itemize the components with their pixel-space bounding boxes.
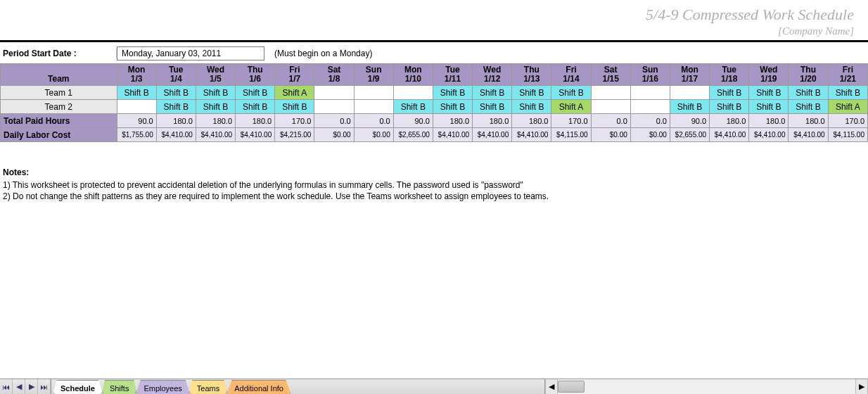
total-paid-hours-row-cell: 90.0 <box>117 114 156 128</box>
day-date: 1/17 <box>673 75 706 84</box>
day-header: Sat1/15 <box>591 64 630 86</box>
total-paid-hours-row-cell: 180.0 <box>196 114 235 128</box>
team-header: Team <box>1 64 117 86</box>
shift-cell[interactable]: Shift B <box>433 86 472 100</box>
day-date: 1/4 <box>160 75 193 84</box>
day-date: 1/21 <box>831 75 864 84</box>
shift-cell[interactable]: Shift B <box>749 100 789 114</box>
day-date: 1/14 <box>554 75 587 84</box>
page-title: 5/4-9 Compressed Work Schedule <box>14 6 854 24</box>
team-name-cell[interactable]: Team 2 <box>1 100 117 114</box>
day-header: Tue1/4 <box>156 64 196 86</box>
total-paid-hours-row-cell: 180.0 <box>789 114 828 128</box>
day-header: Mon1/3 <box>117 64 156 86</box>
schedule-table: Team Mon1/3Tue1/4Wed1/5Thu1/6Fri1/7Sat1/… <box>0 63 868 142</box>
daily-labor-cost-row-cell: $4,410.00 <box>473 128 512 142</box>
day-header: Fri1/14 <box>551 64 591 86</box>
day-header: Thu1/6 <box>236 64 275 86</box>
day-date: 1/11 <box>436 75 469 84</box>
shift-cell[interactable]: Shift B <box>196 86 235 100</box>
day-date: 1/12 <box>476 75 509 84</box>
daily-labor-cost-row-cell: $4,410.00 <box>710 128 749 142</box>
day-header: Fri1/7 <box>275 64 314 86</box>
shift-cell[interactable]: Shift B <box>473 86 512 100</box>
shift-cell[interactable]: Shift A <box>551 100 591 114</box>
daily-labor-cost-row-cell: $4,410.00 <box>156 128 196 142</box>
day-header: Tue1/11 <box>433 64 472 86</box>
day-date: 1/6 <box>238 75 272 84</box>
total-paid-hours-row-cell: 180.0 <box>512 114 551 128</box>
daily-labor-cost-row-cell: $0.00 <box>591 128 630 142</box>
table-row: Team 1Shift BShift BShift BShift BShift … <box>1 86 868 100</box>
day-header: Thu1/20 <box>789 64 828 86</box>
shift-cell[interactable]: Shift B <box>710 100 749 114</box>
shift-cell[interactable]: Shift B <box>156 100 196 114</box>
day-header: Mon1/17 <box>670 64 709 86</box>
shift-cell[interactable]: Shift B <box>670 100 709 114</box>
total-paid-hours-row-cell: 180.0 <box>473 114 512 128</box>
day-date: 1/8 <box>317 75 350 84</box>
day-header: Thu1/13 <box>512 64 551 86</box>
daily-labor-cost-row-label: Daily Labor Cost <box>1 128 117 142</box>
shift-cell[interactable]: Shift B <box>749 86 789 100</box>
daily-labor-cost-row-cell: $4,410.00 <box>196 128 235 142</box>
daily-labor-cost-row-cell: $0.00 <box>630 128 670 142</box>
shift-cell[interactable] <box>117 100 156 114</box>
shift-cell[interactable]: Shift B <box>117 86 156 100</box>
day-date: 1/13 <box>515 75 548 84</box>
shift-cell[interactable] <box>354 100 393 114</box>
period-start-input[interactable] <box>117 46 264 61</box>
shift-cell[interactable]: Shift B <box>236 100 275 114</box>
total-paid-hours-row-cell: 90.0 <box>670 114 709 128</box>
shift-cell[interactable] <box>314 100 354 114</box>
shift-cell[interactable] <box>591 100 630 114</box>
daily-labor-cost-row-cell: $1,755.00 <box>117 128 156 142</box>
daily-labor-cost-row-cell: $4,115.00 <box>551 128 591 142</box>
day-header: Sat1/8 <box>314 64 354 86</box>
notes-title: Notes: <box>3 167 865 177</box>
shift-cell[interactable]: Shift B <box>710 86 749 100</box>
shift-cell[interactable]: Shift B <box>156 86 196 100</box>
total-paid-hours-row-cell: 170.0 <box>551 114 591 128</box>
shift-cell[interactable]: Shift B <box>275 100 314 114</box>
total-paid-hours-row-cell: 0.0 <box>354 114 393 128</box>
daily-labor-cost-row-cell: $4,410.00 <box>789 128 828 142</box>
shift-cell[interactable]: Shift B <box>393 100 433 114</box>
shift-cell[interactable]: Shift B <box>433 100 472 114</box>
shift-cell[interactable]: Shift B <box>473 100 512 114</box>
shift-cell[interactable]: Shift B <box>551 86 591 100</box>
table-row: Team 2Shift BShift BShift BShift BShift … <box>1 100 868 114</box>
team-name-cell[interactable]: Team 1 <box>1 86 117 100</box>
shift-cell[interactable] <box>630 86 670 100</box>
day-header: Wed1/12 <box>473 64 512 86</box>
period-start-note: (Must begin on a Monday) <box>264 49 372 58</box>
shift-cell[interactable]: Shift B <box>789 100 828 114</box>
notes-line: 1) This worksheet is protected to preven… <box>3 179 865 190</box>
shift-cell[interactable]: Shift B <box>789 86 828 100</box>
period-row: Period Start Date : (Must begin on a Mon… <box>0 42 868 63</box>
shift-cell[interactable]: Shift A <box>828 100 867 114</box>
notes-line: 2) Do not change the shift patterns as t… <box>3 190 865 201</box>
shift-cell[interactable] <box>393 86 433 100</box>
day-header: Tue1/18 <box>710 64 749 86</box>
notes-section: Notes: 1) This worksheet is protected to… <box>0 142 868 204</box>
daily-labor-cost-row-cell: $4,410.00 <box>749 128 789 142</box>
shift-cell[interactable] <box>314 86 354 100</box>
shift-cell[interactable]: Shift B <box>196 100 235 114</box>
total-paid-hours-row-cell: 180.0 <box>710 114 749 128</box>
shift-cell[interactable]: Shift A <box>275 86 314 100</box>
shift-cell[interactable] <box>670 86 709 100</box>
day-date: 1/10 <box>397 75 430 84</box>
shift-cell[interactable] <box>630 100 670 114</box>
shift-cell[interactable] <box>354 86 393 100</box>
shift-cell[interactable]: Shift B <box>512 100 551 114</box>
period-start-label: Period Start Date : <box>1 49 117 58</box>
daily-labor-cost-row-cell: $0.00 <box>314 128 354 142</box>
daily-labor-cost-row: Daily Labor Cost$1,755.00$4,410.00$4,410… <box>1 128 868 142</box>
shift-cell[interactable]: Shift B <box>512 86 551 100</box>
shift-cell[interactable]: Shift B <box>828 86 867 100</box>
shift-cell[interactable] <box>591 86 630 100</box>
shift-cell[interactable]: Shift B <box>236 86 275 100</box>
day-date: 1/15 <box>594 75 627 84</box>
day-header: Wed1/19 <box>749 64 789 86</box>
